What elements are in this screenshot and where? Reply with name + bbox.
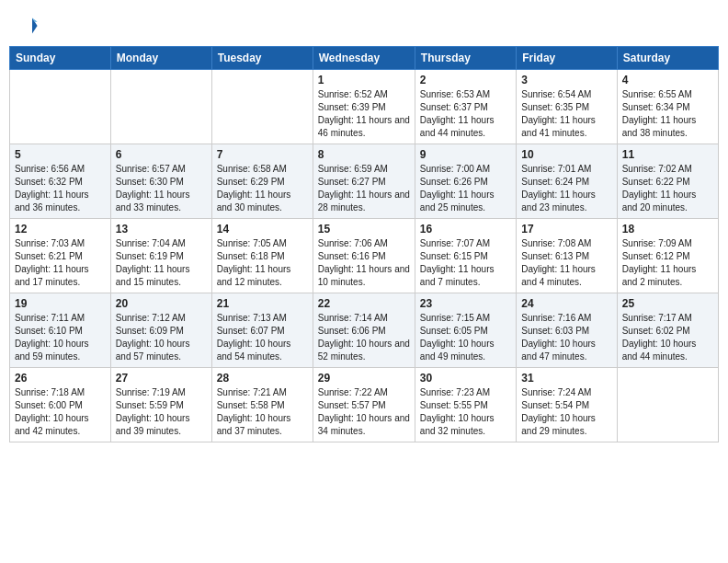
day-number: 8	[318, 148, 410, 161]
day-number: 24	[521, 297, 611, 310]
col-header-wednesday: Wednesday	[313, 47, 415, 70]
week-row-5: 26Sunrise: 7:18 AM Sunset: 6:00 PM Dayli…	[10, 368, 719, 442]
day-cell: 11Sunrise: 7:02 AM Sunset: 6:22 PM Dayli…	[617, 144, 718, 219]
day-number: 21	[217, 297, 308, 310]
day-cell: 6Sunrise: 6:57 AM Sunset: 6:30 PM Daylig…	[110, 144, 211, 219]
week-row-1: 1Sunrise: 6:52 AM Sunset: 6:39 PM Daylig…	[10, 70, 719, 144]
day-cell: 13Sunrise: 7:04 AM Sunset: 6:19 PM Dayli…	[110, 219, 211, 293]
day-number: 25	[622, 297, 713, 310]
day-cell: 30Sunrise: 7:23 AM Sunset: 5:55 PM Dayli…	[415, 368, 516, 442]
week-row-4: 19Sunrise: 7:11 AM Sunset: 6:10 PM Dayli…	[10, 293, 719, 368]
day-cell: 23Sunrise: 7:15 AM Sunset: 6:05 PM Dayli…	[415, 293, 516, 368]
day-info: Sunrise: 7:01 AM Sunset: 6:24 PM Dayligh…	[521, 163, 611, 214]
day-cell: 22Sunrise: 7:14 AM Sunset: 6:06 PM Dayli…	[313, 293, 415, 368]
day-info: Sunrise: 7:09 AM Sunset: 6:12 PM Dayligh…	[622, 237, 713, 289]
day-number: 3	[521, 74, 611, 86]
day-number: 4	[622, 74, 713, 86]
day-number: 27	[116, 372, 207, 385]
day-info: Sunrise: 6:59 AM Sunset: 6:27 PM Dayligh…	[318, 163, 410, 214]
day-info: Sunrise: 7:17 AM Sunset: 6:02 PM Dayligh…	[622, 312, 713, 363]
col-header-monday: Monday	[110, 47, 211, 70]
day-cell: 4Sunrise: 6:55 AM Sunset: 6:34 PM Daylig…	[617, 70, 718, 144]
day-cell	[10, 70, 111, 144]
day-cell: 7Sunrise: 6:58 AM Sunset: 6:29 PM Daylig…	[211, 144, 313, 219]
day-cell: 8Sunrise: 6:59 AM Sunset: 6:27 PM Daylig…	[313, 144, 415, 219]
day-number: 31	[521, 372, 611, 385]
col-header-tuesday: Tuesday	[211, 47, 313, 70]
day-info: Sunrise: 7:18 AM Sunset: 6:00 PM Dayligh…	[15, 386, 106, 438]
logo	[13, 13, 42, 39]
day-info: Sunrise: 6:52 AM Sunset: 6:39 PM Dayligh…	[318, 88, 410, 140]
day-number: 22	[318, 297, 410, 310]
day-cell: 24Sunrise: 7:16 AM Sunset: 6:03 PM Dayli…	[517, 293, 617, 368]
day-cell: 21Sunrise: 7:13 AM Sunset: 6:07 PM Dayli…	[211, 293, 313, 368]
calendar-header-row: SundayMondayTuesdayWednesdayThursdayFrid…	[10, 47, 719, 70]
day-info: Sunrise: 7:22 AM Sunset: 5:57 PM Dayligh…	[318, 386, 410, 438]
day-info: Sunrise: 7:19 AM Sunset: 5:59 PM Dayligh…	[116, 386, 207, 438]
day-info: Sunrise: 7:24 AM Sunset: 5:54 PM Dayligh…	[521, 386, 611, 438]
day-info: Sunrise: 7:14 AM Sunset: 6:06 PM Dayligh…	[318, 312, 410, 363]
day-info: Sunrise: 6:55 AM Sunset: 6:34 PM Dayligh…	[622, 88, 713, 140]
day-cell: 5Sunrise: 6:56 AM Sunset: 6:32 PM Daylig…	[10, 144, 111, 219]
logo-icon	[13, 13, 39, 39]
day-info: Sunrise: 7:21 AM Sunset: 5:58 PM Dayligh…	[217, 386, 308, 438]
day-cell: 26Sunrise: 7:18 AM Sunset: 6:00 PM Dayli…	[10, 368, 111, 442]
day-info: Sunrise: 7:07 AM Sunset: 6:15 PM Dayligh…	[420, 237, 511, 289]
day-cell: 19Sunrise: 7:11 AM Sunset: 6:10 PM Dayli…	[10, 293, 111, 368]
day-info: Sunrise: 7:12 AM Sunset: 6:09 PM Dayligh…	[116, 312, 207, 363]
day-info: Sunrise: 7:04 AM Sunset: 6:19 PM Dayligh…	[116, 237, 207, 289]
day-number: 7	[217, 148, 308, 161]
day-info: Sunrise: 7:03 AM Sunset: 6:21 PM Dayligh…	[15, 237, 106, 289]
day-cell: 29Sunrise: 7:22 AM Sunset: 5:57 PM Dayli…	[313, 368, 415, 442]
col-header-saturday: Saturday	[617, 47, 718, 70]
day-number: 29	[318, 372, 410, 385]
day-info: Sunrise: 7:23 AM Sunset: 5:55 PM Dayligh…	[420, 386, 511, 438]
day-number: 15	[318, 223, 410, 236]
day-info: Sunrise: 7:16 AM Sunset: 6:03 PM Dayligh…	[521, 312, 611, 363]
day-info: Sunrise: 6:58 AM Sunset: 6:29 PM Dayligh…	[217, 163, 308, 214]
day-number: 12	[15, 223, 106, 236]
day-cell: 3Sunrise: 6:54 AM Sunset: 6:35 PM Daylig…	[517, 70, 617, 144]
day-info: Sunrise: 7:02 AM Sunset: 6:22 PM Dayligh…	[622, 163, 713, 214]
day-number: 28	[217, 372, 308, 385]
day-cell: 12Sunrise: 7:03 AM Sunset: 6:21 PM Dayli…	[10, 219, 111, 293]
day-info: Sunrise: 7:00 AM Sunset: 6:26 PM Dayligh…	[420, 163, 511, 214]
day-number: 6	[116, 148, 207, 161]
day-number: 2	[420, 74, 511, 86]
day-cell: 25Sunrise: 7:17 AM Sunset: 6:02 PM Dayli…	[617, 293, 718, 368]
day-number: 1	[318, 74, 410, 86]
day-number: 11	[622, 148, 713, 161]
week-row-3: 12Sunrise: 7:03 AM Sunset: 6:21 PM Dayli…	[10, 219, 719, 293]
day-info: Sunrise: 6:53 AM Sunset: 6:37 PM Dayligh…	[420, 88, 511, 140]
day-number: 5	[15, 148, 106, 161]
day-cell: 27Sunrise: 7:19 AM Sunset: 5:59 PM Dayli…	[110, 368, 211, 442]
day-cell	[110, 70, 211, 144]
day-info: Sunrise: 6:57 AM Sunset: 6:30 PM Dayligh…	[116, 163, 207, 214]
day-number: 13	[116, 223, 207, 236]
day-number: 9	[420, 148, 511, 161]
day-cell: 9Sunrise: 7:00 AM Sunset: 6:26 PM Daylig…	[415, 144, 516, 219]
day-number: 10	[521, 148, 611, 161]
day-cell: 2Sunrise: 6:53 AM Sunset: 6:37 PM Daylig…	[415, 70, 516, 144]
day-cell: 20Sunrise: 7:12 AM Sunset: 6:09 PM Dayli…	[110, 293, 211, 368]
day-info: Sunrise: 7:15 AM Sunset: 6:05 PM Dayligh…	[420, 312, 511, 363]
day-cell	[617, 368, 718, 442]
day-number: 17	[521, 223, 611, 236]
week-row-2: 5Sunrise: 6:56 AM Sunset: 6:32 PM Daylig…	[10, 144, 719, 219]
day-info: Sunrise: 6:56 AM Sunset: 6:32 PM Dayligh…	[15, 163, 106, 214]
day-cell: 16Sunrise: 7:07 AM Sunset: 6:15 PM Dayli…	[415, 219, 516, 293]
day-number: 30	[420, 372, 511, 385]
day-info: Sunrise: 6:54 AM Sunset: 6:35 PM Dayligh…	[521, 88, 611, 140]
day-cell: 1Sunrise: 6:52 AM Sunset: 6:39 PM Daylig…	[313, 70, 415, 144]
calendar-table: SundayMondayTuesdayWednesdayThursdayFrid…	[9, 46, 719, 442]
day-number: 20	[116, 297, 207, 310]
day-number: 14	[217, 223, 308, 236]
day-cell: 17Sunrise: 7:08 AM Sunset: 6:13 PM Dayli…	[517, 219, 617, 293]
col-header-thursday: Thursday	[415, 47, 516, 70]
day-info: Sunrise: 7:13 AM Sunset: 6:07 PM Dayligh…	[217, 312, 308, 363]
col-header-sunday: Sunday	[10, 47, 111, 70]
day-cell: 31Sunrise: 7:24 AM Sunset: 5:54 PM Dayli…	[517, 368, 617, 442]
day-cell	[211, 70, 313, 144]
day-cell: 14Sunrise: 7:05 AM Sunset: 6:18 PM Dayli…	[211, 219, 313, 293]
day-number: 19	[15, 297, 106, 310]
